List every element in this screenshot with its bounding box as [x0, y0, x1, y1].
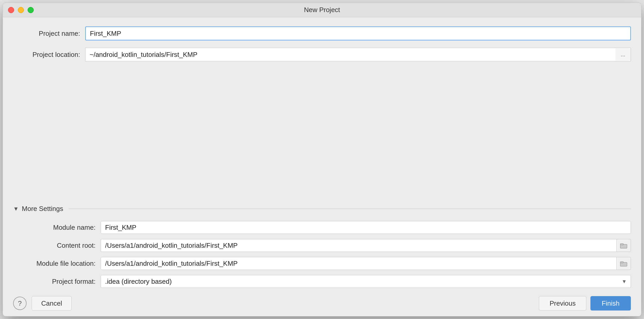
content-root-field-group	[101, 239, 631, 252]
content-root-input[interactable]	[101, 239, 616, 252]
minimize-button[interactable]	[18, 7, 24, 13]
settings-grid: Module name: Content root:	[13, 218, 631, 290]
finish-button[interactable]: Finish	[590, 296, 631, 311]
browse-location-button[interactable]: ...	[615, 48, 631, 61]
module-file-location-browse-button[interactable]	[616, 257, 631, 270]
more-settings-section: ▼ More Settings Module name: Content roo…	[13, 205, 631, 290]
window-title: New Project	[304, 6, 340, 14]
footer-right: Previous Finish	[539, 296, 631, 311]
module-file-location-field-group	[101, 257, 631, 270]
svg-rect-3	[620, 262, 623, 263]
content-root-row: Content root:	[13, 236, 631, 254]
svg-rect-1	[620, 244, 623, 245]
project-format-select-wrapper: .idea (directory based) .ipr (file based…	[101, 275, 631, 288]
project-name-input[interactable]	[85, 26, 631, 40]
project-location-row: Project location: ...	[13, 48, 631, 61]
new-project-dialog: New Project Project name: Project locati…	[3, 3, 641, 316]
previous-button[interactable]: Previous	[539, 296, 586, 311]
more-settings-label: More Settings	[22, 205, 63, 213]
folder-icon	[620, 242, 627, 249]
dialog-footer: ? Cancel Previous Finish	[3, 290, 641, 316]
module-file-location-input[interactable]	[101, 257, 616, 270]
browse-icon: ...	[621, 51, 625, 58]
folder-icon-2	[620, 260, 627, 267]
module-file-location-label: Module file location:	[13, 260, 101, 268]
project-name-row: Project name:	[13, 26, 631, 40]
module-name-input[interactable]	[101, 221, 631, 234]
project-name-label: Project name:	[13, 30, 85, 38]
section-divider	[69, 209, 631, 209]
collapse-arrow-icon[interactable]: ▼	[13, 206, 19, 212]
footer-left: ? Cancel	[13, 296, 72, 311]
project-location-field-group: ...	[85, 48, 631, 61]
module-file-location-row: Module file location:	[13, 254, 631, 272]
module-name-row: Module name:	[13, 218, 631, 236]
project-format-select[interactable]: .idea (directory based) .ipr (file based…	[101, 275, 631, 288]
cancel-button[interactable]: Cancel	[32, 296, 72, 311]
project-format-row: Project format: .idea (directory based) …	[13, 272, 631, 290]
close-button[interactable]	[8, 7, 14, 13]
dialog-content: Project name: Project location: ... ▼ Mo…	[3, 17, 641, 290]
module-name-label: Module name:	[13, 224, 101, 232]
content-spacer	[13, 69, 631, 205]
traffic-lights	[8, 7, 34, 13]
project-format-label: Project format:	[13, 278, 101, 286]
more-settings-header: ▼ More Settings	[13, 205, 631, 215]
maximize-button[interactable]	[28, 7, 34, 13]
content-root-label: Content root:	[13, 242, 101, 250]
project-location-input[interactable]	[85, 48, 615, 61]
content-root-browse-button[interactable]	[616, 239, 631, 252]
title-bar: New Project	[3, 3, 641, 17]
help-button[interactable]: ?	[13, 297, 27, 310]
project-location-label: Project location:	[13, 51, 85, 59]
